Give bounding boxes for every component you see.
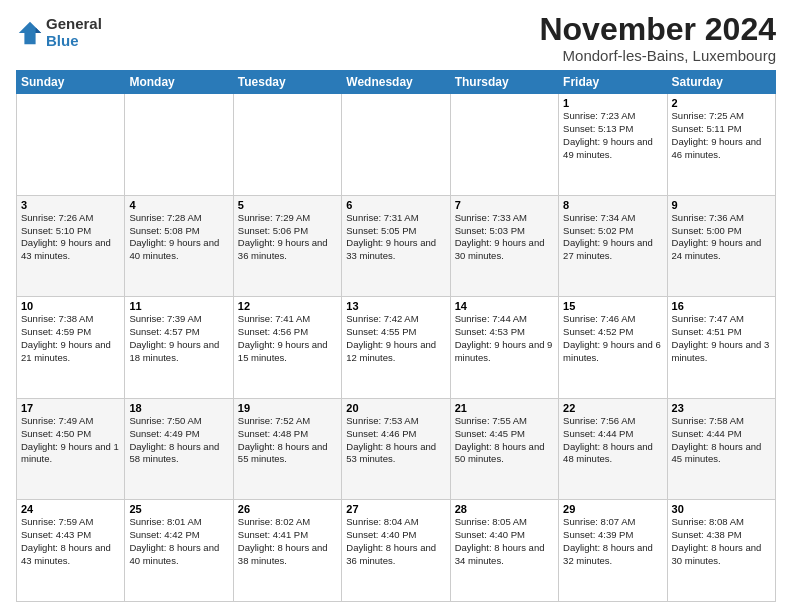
month-title: November 2024 [539, 12, 776, 47]
location-title: Mondorf-les-Bains, Luxembourg [539, 47, 776, 64]
day-info: Sunrise: 8:01 AM Sunset: 4:42 PM Dayligh… [129, 516, 228, 567]
day-number: 8 [563, 199, 662, 211]
day-info: Sunrise: 7:50 AM Sunset: 4:49 PM Dayligh… [129, 415, 228, 466]
table-row: 27Sunrise: 8:04 AM Sunset: 4:40 PM Dayli… [342, 500, 450, 602]
day-number: 5 [238, 199, 337, 211]
day-number: 12 [238, 300, 337, 312]
day-info: Sunrise: 7:39 AM Sunset: 4:57 PM Dayligh… [129, 313, 228, 364]
col-wednesday: Wednesday [342, 71, 450, 94]
day-number: 3 [21, 199, 120, 211]
logo-blue: Blue [46, 32, 79, 49]
table-row: 5Sunrise: 7:29 AM Sunset: 5:06 PM Daylig… [233, 195, 341, 297]
day-info: Sunrise: 8:07 AM Sunset: 4:39 PM Dayligh… [563, 516, 662, 567]
svg-marker-1 [36, 27, 42, 33]
logo-general: General [46, 15, 102, 32]
day-number: 28 [455, 503, 554, 515]
table-row: 21Sunrise: 7:55 AM Sunset: 4:45 PM Dayli… [450, 398, 558, 500]
logo: General Blue [16, 16, 102, 49]
table-row: 30Sunrise: 8:08 AM Sunset: 4:38 PM Dayli… [667, 500, 775, 602]
table-row: 7Sunrise: 7:33 AM Sunset: 5:03 PM Daylig… [450, 195, 558, 297]
table-row [450, 94, 558, 196]
day-info: Sunrise: 8:02 AM Sunset: 4:41 PM Dayligh… [238, 516, 337, 567]
day-info: Sunrise: 7:38 AM Sunset: 4:59 PM Dayligh… [21, 313, 120, 364]
calendar-week-2: 3Sunrise: 7:26 AM Sunset: 5:10 PM Daylig… [17, 195, 776, 297]
day-number: 23 [672, 402, 771, 414]
day-number: 10 [21, 300, 120, 312]
calendar-week-1: 1Sunrise: 7:23 AM Sunset: 5:13 PM Daylig… [17, 94, 776, 196]
table-row: 3Sunrise: 7:26 AM Sunset: 5:10 PM Daylig… [17, 195, 125, 297]
table-row: 24Sunrise: 7:59 AM Sunset: 4:43 PM Dayli… [17, 500, 125, 602]
table-row [125, 94, 233, 196]
day-info: Sunrise: 7:44 AM Sunset: 4:53 PM Dayligh… [455, 313, 554, 364]
table-row [342, 94, 450, 196]
day-info: Sunrise: 8:05 AM Sunset: 4:40 PM Dayligh… [455, 516, 554, 567]
col-saturday: Saturday [667, 71, 775, 94]
day-number: 4 [129, 199, 228, 211]
day-number: 11 [129, 300, 228, 312]
table-row [17, 94, 125, 196]
day-number: 30 [672, 503, 771, 515]
day-info: Sunrise: 7:52 AM Sunset: 4:48 PM Dayligh… [238, 415, 337, 466]
day-number: 2 [672, 97, 771, 109]
table-row: 19Sunrise: 7:52 AM Sunset: 4:48 PM Dayli… [233, 398, 341, 500]
day-info: Sunrise: 7:53 AM Sunset: 4:46 PM Dayligh… [346, 415, 445, 466]
table-row: 6Sunrise: 7:31 AM Sunset: 5:05 PM Daylig… [342, 195, 450, 297]
table-row: 22Sunrise: 7:56 AM Sunset: 4:44 PM Dayli… [559, 398, 667, 500]
day-info: Sunrise: 7:47 AM Sunset: 4:51 PM Dayligh… [672, 313, 771, 364]
calendar-header-row: Sunday Monday Tuesday Wednesday Thursday… [17, 71, 776, 94]
day-info: Sunrise: 7:34 AM Sunset: 5:02 PM Dayligh… [563, 212, 662, 263]
table-row: 9Sunrise: 7:36 AM Sunset: 5:00 PM Daylig… [667, 195, 775, 297]
day-info: Sunrise: 7:29 AM Sunset: 5:06 PM Dayligh… [238, 212, 337, 263]
day-info: Sunrise: 7:23 AM Sunset: 5:13 PM Dayligh… [563, 110, 662, 161]
day-info: Sunrise: 7:46 AM Sunset: 4:52 PM Dayligh… [563, 313, 662, 364]
table-row: 11Sunrise: 7:39 AM Sunset: 4:57 PM Dayli… [125, 297, 233, 399]
day-info: Sunrise: 7:55 AM Sunset: 4:45 PM Dayligh… [455, 415, 554, 466]
day-info: Sunrise: 7:25 AM Sunset: 5:11 PM Dayligh… [672, 110, 771, 161]
table-row: 4Sunrise: 7:28 AM Sunset: 5:08 PM Daylig… [125, 195, 233, 297]
day-info: Sunrise: 7:58 AM Sunset: 4:44 PM Dayligh… [672, 415, 771, 466]
day-number: 18 [129, 402, 228, 414]
day-number: 21 [455, 402, 554, 414]
day-info: Sunrise: 7:59 AM Sunset: 4:43 PM Dayligh… [21, 516, 120, 567]
col-monday: Monday [125, 71, 233, 94]
col-thursday: Thursday [450, 71, 558, 94]
table-row: 10Sunrise: 7:38 AM Sunset: 4:59 PM Dayli… [17, 297, 125, 399]
col-friday: Friday [559, 71, 667, 94]
day-info: Sunrise: 7:56 AM Sunset: 4:44 PM Dayligh… [563, 415, 662, 466]
day-number: 27 [346, 503, 445, 515]
day-number: 14 [455, 300, 554, 312]
day-number: 20 [346, 402, 445, 414]
day-info: Sunrise: 7:49 AM Sunset: 4:50 PM Dayligh… [21, 415, 120, 466]
table-row: 2Sunrise: 7:25 AM Sunset: 5:11 PM Daylig… [667, 94, 775, 196]
day-number: 6 [346, 199, 445, 211]
page: General Blue November 2024 Mondorf-les-B… [0, 0, 792, 612]
day-number: 25 [129, 503, 228, 515]
day-info: Sunrise: 7:26 AM Sunset: 5:10 PM Dayligh… [21, 212, 120, 263]
day-info: Sunrise: 8:04 AM Sunset: 4:40 PM Dayligh… [346, 516, 445, 567]
table-row: 17Sunrise: 7:49 AM Sunset: 4:50 PM Dayli… [17, 398, 125, 500]
day-number: 22 [563, 402, 662, 414]
calendar-week-5: 24Sunrise: 7:59 AM Sunset: 4:43 PM Dayli… [17, 500, 776, 602]
day-number: 7 [455, 199, 554, 211]
day-number: 17 [21, 402, 120, 414]
col-tuesday: Tuesday [233, 71, 341, 94]
day-number: 13 [346, 300, 445, 312]
day-info: Sunrise: 8:08 AM Sunset: 4:38 PM Dayligh… [672, 516, 771, 567]
table-row: 16Sunrise: 7:47 AM Sunset: 4:51 PM Dayli… [667, 297, 775, 399]
table-row: 18Sunrise: 7:50 AM Sunset: 4:49 PM Dayli… [125, 398, 233, 500]
table-row: 8Sunrise: 7:34 AM Sunset: 5:02 PM Daylig… [559, 195, 667, 297]
calendar-week-3: 10Sunrise: 7:38 AM Sunset: 4:59 PM Dayli… [17, 297, 776, 399]
header: General Blue November 2024 Mondorf-les-B… [16, 12, 776, 64]
table-row: 13Sunrise: 7:42 AM Sunset: 4:55 PM Dayli… [342, 297, 450, 399]
table-row: 12Sunrise: 7:41 AM Sunset: 4:56 PM Dayli… [233, 297, 341, 399]
day-number: 24 [21, 503, 120, 515]
col-sunday: Sunday [17, 71, 125, 94]
table-row: 1Sunrise: 7:23 AM Sunset: 5:13 PM Daylig… [559, 94, 667, 196]
day-number: 19 [238, 402, 337, 414]
table-row: 23Sunrise: 7:58 AM Sunset: 4:44 PM Dayli… [667, 398, 775, 500]
day-info: Sunrise: 7:42 AM Sunset: 4:55 PM Dayligh… [346, 313, 445, 364]
day-info: Sunrise: 7:36 AM Sunset: 5:00 PM Dayligh… [672, 212, 771, 263]
day-info: Sunrise: 7:41 AM Sunset: 4:56 PM Dayligh… [238, 313, 337, 364]
logo-text: General Blue [46, 16, 102, 49]
logo-icon [16, 19, 44, 47]
